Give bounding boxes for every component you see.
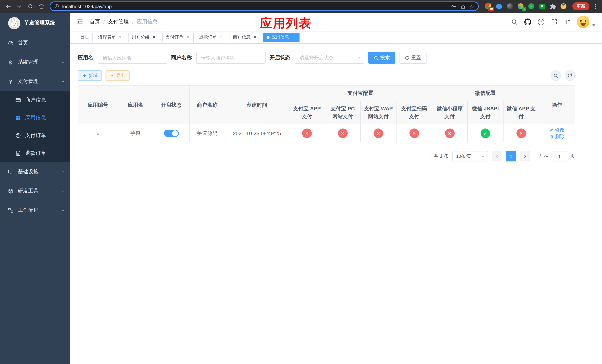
- avatar-caret-icon[interactable]: [592, 24, 595, 26]
- alipay-qr-status-icon: ×: [409, 128, 419, 138]
- col-merchant-header: 商户名称: [189, 85, 225, 124]
- screen: localhost:1024/pay/app ☆ 10 1 ✓ 更新 芋: [0, 0, 602, 364]
- gear-icon: ⚙: [7, 59, 14, 65]
- tab-refund-order[interactable]: 退款订单×: [196, 32, 227, 42]
- status-toggle[interactable]: [164, 129, 179, 137]
- export-button[interactable]: 导出: [106, 70, 129, 81]
- monitor-icon: [7, 169, 14, 175]
- merchant-name-input[interactable]: [196, 52, 266, 64]
- cell-app-id: 6: [78, 124, 118, 142]
- font-size-icon[interactable]: TT: [564, 19, 570, 25]
- add-button[interactable]: 新增: [78, 70, 102, 81]
- edit-link[interactable]: 修改: [549, 127, 565, 133]
- breadcrumb-section[interactable]: 支付管理: [108, 19, 129, 25]
- sidebar-item-refund-order[interactable]: 退款订单: [0, 144, 70, 162]
- tab-process-form[interactable]: 流程表单×: [95, 32, 126, 42]
- reset-button[interactable]: 重置: [399, 52, 427, 64]
- browser-forward-button[interactable]: [14, 1, 24, 11]
- browser-back-button[interactable]: [3, 1, 13, 11]
- tab-user-group[interactable]: 用户分组×: [129, 32, 160, 42]
- url-text: localhost:1024/pay/app: [62, 3, 447, 9]
- sidebar-item-workflow[interactable]: 工作流程: [0, 201, 70, 220]
- payment-submenu: 商户信息 应用信息 支付订单 退款订单: [0, 91, 70, 162]
- sidebar-menu: 首页 ⚙ 系统管理 ¥ 支付管理 商户信息: [0, 33, 70, 364]
- refresh-table-button[interactable]: [565, 70, 575, 81]
- user-avatar[interactable]: [577, 16, 589, 28]
- sidebar-item-infra[interactable]: 基础设施: [0, 162, 70, 182]
- navbar-actions: ? TT: [511, 16, 602, 28]
- col-id-header: 应用编号: [78, 85, 118, 124]
- jump-suffix: 页: [570, 153, 575, 160]
- sidebar-item-dev-tools[interactable]: 研发工具: [0, 182, 70, 201]
- col-actions-header: 操作: [539, 85, 575, 124]
- jump-page-input[interactable]: [552, 151, 567, 161]
- wechat-app-status-icon: ×: [516, 128, 526, 138]
- close-icon[interactable]: ×: [219, 35, 224, 40]
- breadcrumb-home[interactable]: 首页: [90, 19, 100, 25]
- sidebar-item-system[interactable]: ⚙ 系统管理: [0, 53, 70, 72]
- sidebar-item-home[interactable]: 首页: [0, 33, 70, 53]
- chrome-update-button[interactable]: 更新: [572, 2, 589, 10]
- extension-sphere-icon[interactable]: [506, 3, 514, 10]
- extension-drop-icon[interactable]: [495, 3, 503, 10]
- sidebar-item-pay-order[interactable]: 支付订单: [0, 127, 70, 144]
- close-icon[interactable]: ×: [118, 35, 123, 40]
- cell-merchant-name: 芋道源码: [189, 124, 225, 142]
- page-title-annotation: 应用列表: [260, 15, 312, 32]
- password-key-icon[interactable]: [450, 3, 456, 9]
- close-icon[interactable]: ×: [291, 35, 296, 40]
- col-alipay-qr-header: 支付宝扫码支付: [396, 101, 432, 124]
- address-bar[interactable]: localhost:1024/pay/app ☆: [50, 1, 479, 11]
- extension-green-square-icon[interactable]: [538, 3, 546, 10]
- share-icon[interactable]: [460, 3, 466, 9]
- pay-order-icon: [15, 133, 22, 139]
- sidebar-logo[interactable]: 芋道管理系统: [0, 13, 70, 33]
- sidebar-item-merchant-info[interactable]: 商户信息: [0, 91, 70, 109]
- delete-link[interactable]: 删除: [549, 133, 565, 140]
- page-number-1[interactable]: 1: [506, 151, 516, 161]
- cell-app-name: 芋道: [118, 124, 153, 142]
- sidebar-item-app-info[interactable]: 应用信息: [0, 109, 70, 127]
- tab-pay-order[interactable]: 支付订单×: [162, 32, 194, 42]
- dashboard-icon: [7, 40, 14, 46]
- browser-menu-icon[interactable]: [592, 3, 599, 10]
- extension-badge: 10: [488, 7, 494, 11]
- search-button[interactable]: 搜索: [368, 52, 395, 64]
- close-icon[interactable]: ×: [185, 35, 190, 40]
- toggle-search-button[interactable]: [550, 70, 561, 81]
- close-icon[interactable]: ×: [151, 35, 157, 40]
- tab-home[interactable]: 首页: [77, 32, 93, 42]
- table-toolbar: 新增 导出: [78, 70, 575, 81]
- site-info-icon[interactable]: [54, 4, 59, 9]
- status-select[interactable]: 请选择开启状态: [295, 52, 364, 64]
- grid-icon: [15, 115, 22, 121]
- alipay-pc-status-icon: ×: [338, 128, 347, 138]
- tab-merchant-info[interactable]: 商户信息×: [230, 32, 261, 42]
- next-page-button[interactable]: [520, 151, 530, 161]
- breadcrumb: 首页 / 支付管理 / 应用信息: [90, 19, 158, 25]
- col-alipay-app-header: 支付宝 APP 支付: [289, 101, 325, 124]
- fullscreen-icon[interactable]: [551, 19, 558, 25]
- close-icon[interactable]: ×: [252, 35, 258, 40]
- page-size-select[interactable]: 10条/页: [452, 151, 488, 161]
- extension-green-check-icon[interactable]: ✓: [527, 3, 535, 10]
- extension-avatar-icon[interactable]: 1: [517, 3, 524, 10]
- wechat-mini-status-icon: ×: [445, 128, 454, 138]
- profile-avatar-icon[interactable]: [560, 3, 567, 10]
- help-icon[interactable]: ?: [538, 19, 544, 25]
- sidebar-collapse-icon[interactable]: [70, 13, 90, 31]
- search-icon[interactable]: [511, 19, 517, 25]
- pagination: 共 1 条 10条/页 1 前往 页: [78, 151, 575, 161]
- browser-reload-button[interactable]: [25, 1, 35, 11]
- extensions-puzzle-icon[interactable]: [549, 3, 557, 10]
- extension-grid-icon[interactable]: 10: [485, 3, 492, 10]
- sidebar: 芋道管理系统 首页 ⚙ 系统管理 ¥ 支付管理: [0, 13, 70, 364]
- tab-app-info[interactable]: 应用信息×: [263, 32, 300, 42]
- prev-page-button[interactable]: [492, 151, 502, 161]
- bookmark-star-icon[interactable]: ☆: [469, 3, 474, 9]
- app-name-input[interactable]: [98, 52, 167, 64]
- github-icon[interactable]: [524, 18, 531, 25]
- wechat-group-header: 微信配置: [432, 85, 539, 101]
- sidebar-item-payment[interactable]: ¥ 支付管理: [0, 72, 70, 91]
- browser-home-button[interactable]: [36, 1, 47, 11]
